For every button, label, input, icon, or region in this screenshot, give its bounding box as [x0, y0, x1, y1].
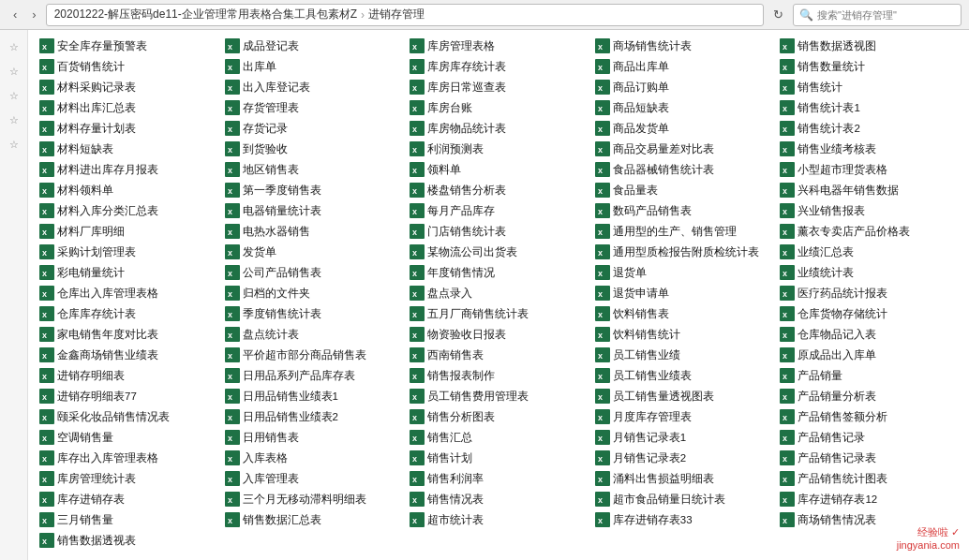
- file-item[interactable]: x材料入库分类汇总表: [36, 200, 221, 221]
- file-item[interactable]: x三月销售量: [36, 509, 221, 530]
- file-item[interactable]: x商品发货单: [591, 118, 777, 139]
- file-item[interactable]: x日用品销售业绩表2: [221, 406, 407, 427]
- file-item[interactable]: x仓库库存统计表: [36, 303, 221, 324]
- file-item[interactable]: x颐采化妆品销售情况表: [36, 406, 221, 427]
- file-item[interactable]: x进销存明细表: [36, 365, 221, 386]
- file-item[interactable]: x日用品系列产品库存表: [221, 365, 407, 386]
- file-item[interactable]: x进销存明细表77: [36, 386, 221, 406]
- file-item[interactable]: x薰衣专卖店产品价格表: [776, 221, 962, 242]
- file-item[interactable]: x金鑫商场销售业绩表: [36, 345, 221, 365]
- file-item[interactable]: x销售统计: [776, 77, 962, 97]
- sidebar-icon-5[interactable]: ☆: [5, 135, 23, 154]
- file-item[interactable]: x存货记录: [221, 118, 407, 139]
- sidebar-icon-4[interactable]: ☆: [5, 111, 23, 129]
- sidebar-icon-2[interactable]: ☆: [5, 62, 23, 81]
- file-item[interactable]: x业绩统计表: [776, 262, 962, 283]
- file-item[interactable]: x产品销售记录表: [776, 448, 962, 468]
- file-item[interactable]: x销售情况表: [406, 489, 591, 509]
- file-item[interactable]: x电器销量统计表: [221, 200, 407, 221]
- search-input[interactable]: [817, 9, 948, 21]
- file-item[interactable]: x超市统计表: [406, 509, 591, 530]
- file-item[interactable]: x仓库出入库管理表格: [36, 283, 221, 303]
- file-item[interactable]: x彩电销量统计: [36, 262, 221, 283]
- file-item[interactable]: x利润预测表: [406, 139, 591, 159]
- file-item[interactable]: x成品登记表: [221, 36, 407, 56]
- file-item[interactable]: x员工销售业绩: [591, 345, 777, 365]
- file-item[interactable]: x出库单: [221, 56, 407, 77]
- file-item[interactable]: x物资验收日报表: [406, 324, 591, 345]
- file-item[interactable]: x日用品销售业绩表1: [221, 386, 407, 406]
- file-item[interactable]: x食品器械销售统计表: [591, 159, 777, 180]
- file-item[interactable]: x库房管理统计表: [36, 468, 221, 489]
- file-item[interactable]: x员工销售业绩表: [591, 365, 777, 386]
- file-item[interactable]: x业绩汇总表: [776, 242, 962, 262]
- file-item[interactable]: x楼盘销售分析表: [406, 180, 591, 200]
- file-item[interactable]: x存货管理表: [221, 97, 407, 118]
- file-item[interactable]: x销售报表制作: [406, 365, 591, 386]
- file-item[interactable]: x月度库存管理表: [591, 406, 777, 427]
- file-item[interactable]: x员工销售量透视图表: [591, 386, 777, 406]
- file-item[interactable]: x第一季度销售表: [221, 180, 407, 200]
- sidebar-icon-1[interactable]: ☆: [5, 37, 23, 56]
- file-item[interactable]: x某物流公司出货表: [406, 242, 591, 262]
- file-item[interactable]: x领料单: [406, 159, 591, 180]
- file-item[interactable]: x销售数据透视图: [776, 36, 962, 56]
- file-item[interactable]: x商品交易量差对比表: [591, 139, 777, 159]
- file-item[interactable]: x小型超市理货表格: [776, 159, 962, 180]
- sidebar-icon-3[interactable]: ☆: [5, 86, 23, 105]
- file-item[interactable]: x饮料销售表: [591, 303, 777, 324]
- file-item[interactable]: x百货销售统计: [36, 56, 221, 77]
- file-item[interactable]: x到货验收: [221, 139, 407, 159]
- file-item[interactable]: x月销售记录表1: [591, 427, 777, 448]
- file-item[interactable]: x年度销售情况: [406, 262, 591, 283]
- file-item[interactable]: x库房物品统计表: [406, 118, 591, 139]
- forward-button[interactable]: ›: [26, 6, 41, 23]
- file-item[interactable]: x库存出入库管理表格: [36, 448, 221, 468]
- file-item[interactable]: x仓库物品记入表: [776, 324, 962, 345]
- file-item[interactable]: x五月厂商销售统计表: [406, 303, 591, 324]
- file-item[interactable]: x盘点统计表: [221, 324, 407, 345]
- file-item[interactable]: x员工销售费用管理表: [406, 386, 591, 406]
- file-item[interactable]: x库房管理表格: [406, 36, 591, 56]
- file-item[interactable]: x销售数据汇总表: [221, 509, 407, 530]
- file-item[interactable]: x超市食品销量日统计表: [591, 489, 777, 509]
- file-item[interactable]: x通用型质检报告附质检统计表: [591, 242, 777, 262]
- back-button[interactable]: ‹: [7, 6, 22, 23]
- file-item[interactable]: x材料存量计划表: [36, 118, 221, 139]
- file-item[interactable]: x商品短缺表: [591, 97, 777, 118]
- file-item[interactable]: x库存进销存表: [36, 489, 221, 509]
- file-item[interactable]: x产品销量分析表: [776, 386, 962, 406]
- file-item[interactable]: x销售计划: [406, 448, 591, 468]
- file-item[interactable]: x空调销售量: [36, 427, 221, 448]
- file-item[interactable]: x销售数量统计: [776, 56, 962, 77]
- file-item[interactable]: x产品销售统计图表: [776, 468, 962, 489]
- file-item[interactable]: x库房台账: [406, 97, 591, 118]
- file-item[interactable]: x材料采购记录表: [36, 77, 221, 97]
- refresh-button[interactable]: ↻: [768, 6, 789, 23]
- file-item[interactable]: x兴科电器年销售数据: [776, 180, 962, 200]
- file-item[interactable]: x材料短缺表: [36, 139, 221, 159]
- file-item[interactable]: x归档的文件夹: [221, 283, 407, 303]
- file-item[interactable]: x商品出库单: [591, 56, 777, 77]
- file-item[interactable]: x兴业销售报表: [776, 200, 962, 221]
- file-item[interactable]: x每月产品库存: [406, 200, 591, 221]
- file-item[interactable]: x商场销售统计表: [591, 36, 777, 56]
- file-item[interactable]: x月销售记录表2: [591, 448, 777, 468]
- file-item[interactable]: x入库表格: [221, 448, 407, 468]
- file-item[interactable]: x食品量表: [591, 180, 777, 200]
- file-item[interactable]: x销售汇总: [406, 427, 591, 448]
- file-item[interactable]: x数码产品销售表: [591, 200, 777, 221]
- file-item[interactable]: x销售统计表2: [776, 118, 962, 139]
- file-item[interactable]: x销售统计表1: [776, 97, 962, 118]
- file-item[interactable]: x平价超市部分商品销售表: [221, 345, 407, 365]
- file-item[interactable]: x材料领料单: [36, 180, 221, 200]
- file-item[interactable]: x产品销量: [776, 365, 962, 386]
- file-item[interactable]: x销售数据透视表: [36, 530, 221, 551]
- file-item[interactable]: x销售利润率: [406, 468, 591, 489]
- file-item[interactable]: x入库管理表: [221, 468, 407, 489]
- file-item[interactable]: x库房库存统计表: [406, 56, 591, 77]
- file-item[interactable]: x退货申请单: [591, 283, 777, 303]
- file-item[interactable]: x商品订购单: [591, 77, 777, 97]
- file-item[interactable]: x涌料出售损益明细表: [591, 468, 777, 489]
- file-item[interactable]: x西南销售表: [406, 345, 591, 365]
